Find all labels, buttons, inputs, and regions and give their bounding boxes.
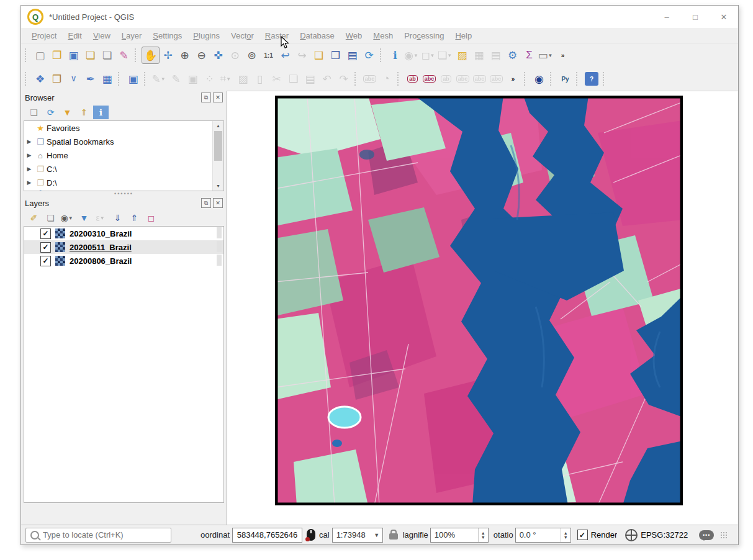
browser-item-geopackage[interactable]: ◍: [24, 189, 223, 191]
menu-plugins[interactable]: Plugins: [187, 31, 225, 40]
bookmark-manager-icon[interactable]: ▤: [344, 47, 361, 63]
new-shapefile-layer-icon[interactable]: V: [65, 71, 82, 87]
add-group-icon[interactable]: ❏: [43, 211, 58, 225]
zoom-to-layer-icon[interactable]: ⊚: [243, 47, 260, 63]
layers-close-icon[interactable]: ✕: [213, 198, 223, 208]
menu-vector[interactable]: Vector: [225, 31, 259, 40]
collapse-all-icon[interactable]: ⇑: [76, 106, 92, 119]
expand-arrow-icon[interactable]: ▶: [24, 152, 34, 158]
style-manager-icon[interactable]: ✎: [115, 47, 132, 63]
menu-settings[interactable]: Settings: [147, 31, 187, 40]
browser-item-home[interactable]: ▶⌂Home: [24, 148, 223, 162]
browser-item-spatial-bookmarks[interactable]: ▶❒Spatial Bookmarks: [24, 135, 223, 148]
open-layer-styling-panel-icon[interactable]: ✐: [26, 211, 42, 225]
expand-arrow-icon[interactable]: ▶: [24, 166, 34, 172]
remove-layer-group-icon[interactable]: ◻: [143, 211, 159, 225]
deselect-features-icon[interactable]: ▨: [454, 47, 471, 63]
zoom-out-icon[interactable]: ⊖: [193, 47, 210, 63]
menu-project[interactable]: Project: [26, 31, 62, 40]
processing-toolbox-icon[interactable]: ⚙: [504, 47, 521, 63]
refresh-browser-icon[interactable]: ⟳: [43, 106, 58, 119]
layer-row[interactable]: ✓20200310_Brazil: [24, 227, 223, 240]
panel-splitter[interactable]: ••••••: [21, 191, 227, 196]
layer-visibility-checkbox[interactable]: ✓: [40, 228, 51, 239]
scale-combo[interactable]: 1:73948 ▼: [332, 528, 383, 543]
zoom-last-icon[interactable]: ↩: [277, 47, 294, 63]
messages-icon[interactable]: •••: [699, 530, 714, 540]
menu-database[interactable]: Database: [294, 31, 340, 40]
maximize-button[interactable]: □: [681, 6, 710, 28]
layer-row[interactable]: ✓20200511_Brazil: [24, 240, 223, 254]
refresh-map-icon[interactable]: ⟳: [361, 47, 377, 63]
magnifier-spinbox[interactable]: 100% ▲▼: [430, 528, 489, 543]
spin-arrows-icon[interactable]: ▲▼: [478, 528, 488, 542]
expand-all-icon[interactable]: ⇓: [110, 211, 125, 225]
save-project-icon[interactable]: ▣: [65, 47, 82, 63]
browser-item-drive-d[interactable]: ▶❐D:\: [24, 176, 223, 189]
show-layout-manager-icon[interactable]: ❏: [99, 47, 115, 63]
toolbar-overflow-icon[interactable]: »: [554, 47, 571, 63]
zoom-full-icon[interactable]: ✜: [210, 47, 227, 63]
toolbar-overflow-2-icon[interactable]: »: [505, 71, 521, 87]
open-data-source-manager-icon[interactable]: ❖: [32, 71, 48, 87]
python-console-icon[interactable]: Py: [557, 71, 574, 87]
crs-globe-icon[interactable]: [625, 529, 638, 541]
add-vector-layer-icon[interactable]: ❒: [48, 71, 65, 87]
menu-view[interactable]: View: [88, 31, 116, 40]
filter-browser-icon[interactable]: ▼: [60, 106, 75, 119]
spin-arrows-icon[interactable]: ▲▼: [561, 528, 570, 542]
expand-arrow-icon[interactable]: ▶: [24, 179, 34, 186]
statistical-summary-icon[interactable]: Σ: [521, 47, 538, 63]
menu-mesh[interactable]: Mesh: [367, 31, 399, 40]
scroll-thumb[interactable]: [214, 131, 222, 161]
zoom-in-icon[interactable]: ⊕: [176, 47, 193, 63]
osm-place-search-icon[interactable]: ◉: [531, 71, 548, 87]
close-button[interactable]: ✕: [710, 6, 738, 28]
help-contents-icon[interactable]: ?: [585, 72, 598, 86]
menu-edit[interactable]: Edit: [62, 31, 87, 40]
resize-grip[interactable]: [720, 531, 728, 539]
new-spatial-bookmark-icon[interactable]: ❑: [310, 47, 327, 63]
browser-properties-icon[interactable]: ℹ: [93, 106, 109, 119]
chevron-down-icon[interactable]: ▼: [371, 528, 382, 542]
new-virtual-layer-icon[interactable]: ▣: [125, 71, 142, 87]
open-project-icon[interactable]: ❐: [48, 47, 65, 63]
browser-close-icon[interactable]: ✕: [213, 93, 223, 102]
browser-scrollbar[interactable]: ▲ ▼: [212, 121, 223, 191]
locator-input[interactable]: [42, 530, 156, 540]
browser-item-drive-c[interactable]: ▶❐C:\: [24, 162, 223, 176]
pan-to-selection-icon[interactable]: ✢: [160, 47, 176, 63]
zoom-native-icon[interactable]: 1:1: [260, 47, 277, 63]
scroll-up-icon[interactable]: ▲: [213, 121, 223, 130]
layers-float-icon[interactable]: ⧉: [201, 198, 211, 208]
add-selected-layers-icon[interactable]: ❏: [26, 106, 42, 119]
menu-processing[interactable]: Processing: [399, 31, 449, 40]
extents-toggle-icon[interactable]: [307, 529, 315, 541]
map-canvas[interactable]: [227, 91, 738, 525]
menu-layer[interactable]: Layer: [116, 31, 148, 40]
new-print-layout-icon[interactable]: ❏: [82, 47, 99, 63]
pin-unpin-labels-icon[interactable]: ab: [404, 71, 421, 87]
measure-icon[interactable]: ▭▼: [538, 47, 554, 63]
lock-scale-icon[interactable]: [389, 533, 398, 540]
new-temporary-scratch-layer-icon[interactable]: ▦: [99, 71, 115, 87]
layer-row[interactable]: ✓20200806_Brazil: [24, 254, 223, 268]
new-project-icon[interactable]: ▢: [32, 47, 48, 63]
coordinate-value[interactable]: 583448,7652646: [232, 528, 302, 543]
crs-status[interactable]: EPSG:32722: [641, 530, 688, 540]
menu-web[interactable]: Web: [340, 31, 368, 40]
render-checkbox[interactable]: ✓: [577, 530, 588, 540]
new-geopackage-layer-icon[interactable]: ✒: [82, 71, 99, 87]
manage-map-themes-icon[interactable]: ◉▼: [60, 211, 75, 225]
show-spatial-bookmarks-icon[interactable]: ❒: [327, 47, 344, 63]
layer-visibility-checkbox[interactable]: ✓: [40, 242, 51, 253]
scroll-down-icon[interactable]: ▼: [213, 181, 223, 191]
pan-map-icon[interactable]: ✋: [142, 47, 160, 64]
locator-box[interactable]: [25, 528, 171, 543]
rotation-spinbox[interactable]: 0.0 ° ▲▼: [515, 528, 571, 543]
collapse-all-layers-icon[interactable]: ⇑: [127, 211, 142, 225]
identify-features-icon[interactable]: ℹ: [387, 47, 404, 63]
menu-help[interactable]: Help: [449, 31, 477, 40]
highlight-pinned-labels-icon[interactable]: abc: [421, 71, 438, 87]
raster-map-image[interactable]: [275, 96, 683, 505]
